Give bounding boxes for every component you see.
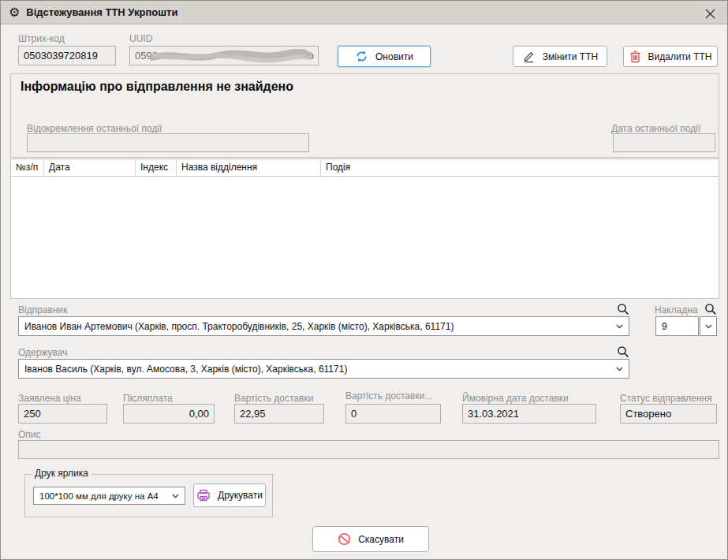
barcode-value: 0503039720819	[24, 50, 98, 62]
invoice-search-icon[interactable]	[704, 303, 717, 315]
invoice-label: Накладна	[655, 304, 698, 315]
events-table: №з/п Дата Індекс Назва відділення Подія	[10, 159, 719, 299]
receiver-search-icon[interactable]	[617, 345, 629, 358]
titlebar: ⚙ Відстежування ТТН Укрпошти	[1, 1, 727, 24]
refresh-button-label: Оновити	[375, 51, 413, 62]
status-label: Статус відправлення	[620, 393, 712, 404]
no-entry-icon	[338, 532, 351, 546]
cod-input: 0,00	[123, 404, 215, 424]
delivery-cost-extra-value: 0	[351, 408, 357, 420]
events-table-header: №з/п Дата Індекс Назва відділення Подія	[11, 159, 719, 177]
declared-price-input: 250	[18, 404, 107, 424]
edit-ttn-label: Змінити ТТН	[543, 51, 598, 62]
not-found-heading: Інформацію про відправлення не знайдено	[21, 80, 293, 94]
app-window: ⚙ Відстежування ТТН Укрпошти Штрих-код 0…	[0, 0, 728, 560]
uuid-value-end: b	[308, 50, 314, 62]
declared-price-label: Заявлена ціна	[18, 393, 81, 404]
print-button-label: Друкувати	[218, 490, 263, 501]
info-panel: Інформацію про відправлення не знайдено …	[10, 73, 719, 158]
chevron-down-icon	[705, 324, 712, 329]
delivery-cost-extra-label: Вартість доставки...	[345, 390, 432, 401]
delivery-date-value: 31.03.2021	[468, 408, 519, 420]
print-groupbox: Друк ярлика 100*100 мм для друку на A4 Д…	[24, 474, 273, 517]
cod-label: Післяплата	[123, 393, 173, 404]
refresh-icon	[355, 50, 368, 63]
uuid-redaction-scribble	[151, 49, 312, 64]
uuid-input[interactable]: 0593 b	[129, 46, 319, 65]
chevron-down-icon	[616, 324, 623, 329]
print-button[interactable]: Друкувати	[193, 483, 266, 507]
printer-icon	[196, 489, 211, 502]
window-title: Відстежування ТТН Укрпошти	[26, 6, 177, 18]
sender-search-icon[interactable]	[617, 303, 629, 315]
declared-price-value: 250	[24, 408, 41, 420]
sender-label: Відправник	[18, 304, 67, 315]
last-event-date-input	[613, 133, 715, 152]
print-groupbox-legend: Друк ярлика	[32, 468, 91, 479]
delivery-date-input: 31.03.2021	[462, 404, 596, 424]
invoice-number-value: 9	[662, 321, 667, 332]
delivery-date-label: Ймовірна дата доставки	[462, 393, 569, 404]
label-format-select[interactable]: 100*100 мм для друку на A4	[33, 487, 185, 505]
receiver-select[interactable]: Іванов Василь (Харків, вул. Амосова, 3, …	[18, 359, 629, 379]
edit-ttn-button[interactable]: Змінити ТТН	[513, 46, 607, 67]
col-header-event[interactable]: Подія	[321, 159, 719, 176]
cancel-button-label: Скасувати	[358, 534, 404, 545]
cancel-button[interactable]: Скасувати	[312, 526, 429, 552]
description-input	[18, 440, 719, 459]
chevron-down-icon	[172, 494, 179, 498]
chevron-down-icon	[616, 367, 623, 371]
delete-ttn-label: Видалити ТТН	[648, 51, 712, 62]
col-header-index[interactable]: Індекс	[136, 159, 177, 176]
last-event-branch-label: Відокремлення останньої події	[27, 123, 162, 134]
status-input: Створено	[620, 404, 717, 424]
close-icon[interactable]	[704, 7, 716, 20]
receiver-value: Іванов Василь (Харків, вул. Амосова, 3, …	[24, 364, 347, 375]
delivery-cost-input: 22,95	[234, 404, 324, 424]
events-table-body	[11, 177, 719, 298]
invoice-dropdown-button[interactable]	[700, 316, 717, 336]
col-header-date[interactable]: Дата	[44, 159, 136, 176]
sender-value: Иванов Иван Артемович (Харків, просп. Тр…	[24, 321, 454, 332]
cod-value: 0,00	[189, 408, 209, 420]
refresh-button[interactable]: Оновити	[338, 46, 431, 67]
delivery-cost-label: Вартість доставки	[234, 393, 313, 404]
gear-icon: ⚙	[9, 6, 20, 19]
uuid-label: UUID	[129, 33, 152, 44]
uuid-value-start: 0593	[135, 50, 158, 62]
status-value: Створено	[625, 408, 671, 420]
barcode-input[interactable]: 0503039720819	[18, 46, 116, 65]
col-header-branch[interactable]: Назва відділення	[177, 159, 321, 176]
col-header-number[interactable]: №з/п	[11, 159, 44, 176]
barcode-label: Штрих-код	[18, 33, 65, 44]
sender-select[interactable]: Иванов Иван Артемович (Харків, просп. Тр…	[18, 316, 629, 336]
delivery-cost-extra-input: 0	[345, 404, 441, 424]
last-event-date-label: Дата останньої події	[611, 123, 700, 134]
receiver-label: Одержувач	[18, 347, 67, 358]
delete-ttn-button[interactable]: Видалити ТТН	[623, 46, 718, 67]
delivery-cost-value: 22,95	[240, 408, 266, 420]
last-event-branch-input	[27, 133, 309, 152]
invoice-number-input[interactable]: 9	[655, 316, 699, 336]
pencil-icon	[522, 50, 536, 63]
trash-icon	[629, 50, 641, 63]
label-format-value: 100*100 мм для друку на A4	[39, 491, 159, 501]
description-label: Опис	[18, 429, 41, 440]
